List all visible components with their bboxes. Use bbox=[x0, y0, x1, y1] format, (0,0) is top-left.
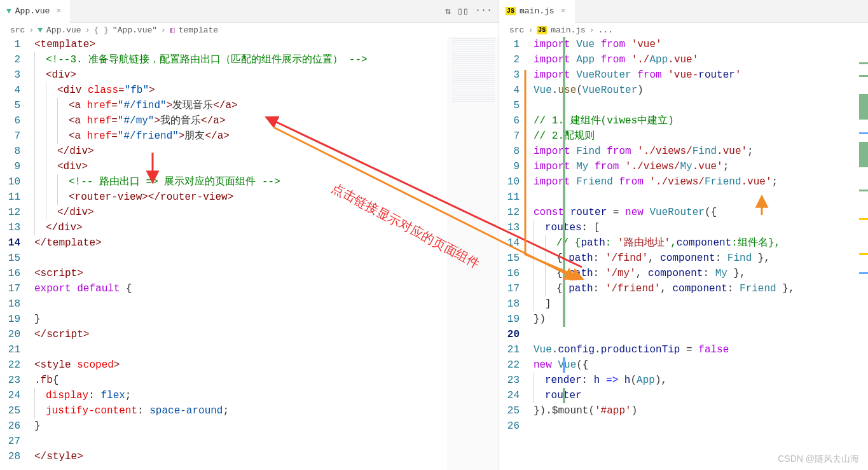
tab-bar-right: JS main.js × bbox=[499, 0, 868, 23]
code-line[interactable]: ] bbox=[534, 296, 859, 312]
code-line[interactable]: </script> bbox=[34, 327, 448, 342]
code-line[interactable]: import App from './App.vue' bbox=[534, 52, 859, 67]
code-line[interactable]: }).$mount('#app') bbox=[534, 403, 859, 418]
more-icon[interactable]: ··· bbox=[475, 5, 492, 17]
code-line[interactable]: import Find from './views/Find.vue'; bbox=[534, 144, 859, 159]
code-line[interactable]: justify-content: space-around; bbox=[34, 403, 448, 418]
split-editor-icon[interactable]: ▯▯ bbox=[457, 5, 469, 17]
code-line[interactable]: } bbox=[34, 418, 448, 434]
code-line[interactable]: import VueRouter from 'vue-router' bbox=[534, 67, 859, 83]
code-line[interactable]: // 2.配规则 bbox=[534, 128, 859, 144]
code-line[interactable]: <!-- 路由出口 => 展示对应的页面组件 --> bbox=[34, 174, 448, 190]
overview-ruler[interactable] bbox=[859, 37, 868, 470]
breadcrumb-right[interactable]: src› JS main.js› ... bbox=[499, 23, 868, 37]
braces-icon: { } bbox=[93, 25, 108, 35]
code-line[interactable] bbox=[534, 190, 859, 205]
breadcrumb-left[interactable]: src› ▼ App.vue› { } "App.vue"› ◧ templat… bbox=[0, 23, 499, 37]
vue-icon: ▼ bbox=[6, 6, 11, 16]
code-line[interactable]: <div class="fb"> bbox=[34, 83, 448, 98]
tab-bar-left: ▼ App.vue × ⇅ ▯▯ ··· bbox=[0, 0, 499, 23]
code-line[interactable] bbox=[34, 434, 448, 449]
code-line[interactable]: </div> bbox=[34, 144, 448, 159]
code-line[interactable]: Vue.config.productionTip = false bbox=[534, 342, 859, 357]
code-line[interactable]: // 1. 建组件(viwes中建立) bbox=[534, 113, 859, 128]
code-line[interactable]: import Friend from './views/Friend.vue'; bbox=[534, 174, 859, 190]
code-line[interactable] bbox=[34, 342, 448, 357]
code-line[interactable]: <div> bbox=[34, 159, 448, 174]
code-line[interactable]: </style> bbox=[34, 449, 448, 464]
code-line[interactable]: <router-view></router-view> bbox=[34, 190, 448, 205]
close-icon[interactable]: × bbox=[53, 6, 64, 16]
code-line[interactable]: <div> bbox=[34, 67, 448, 83]
code-line[interactable]: <a href="#/find">发现音乐</a> bbox=[34, 98, 448, 113]
version-control-icon[interactable]: ⇅ bbox=[445, 5, 451, 17]
code-line[interactable]: </template> bbox=[34, 235, 448, 251]
code-line[interactable]: export default { bbox=[34, 281, 448, 296]
code-line[interactable]: <script> bbox=[34, 266, 448, 281]
code-line[interactable]: } bbox=[34, 312, 448, 327]
template-icon: ◧ bbox=[170, 25, 175, 35]
code-line[interactable]: <template> bbox=[34, 37, 448, 52]
line-gutter: 1234567891011121314151617181920212223242… bbox=[0, 37, 32, 470]
code-line[interactable] bbox=[34, 296, 448, 312]
code-line[interactable]: // {path: '路由地址',component:组件名}, bbox=[534, 235, 859, 251]
code-line[interactable]: .fb{ bbox=[34, 373, 448, 388]
tab-main-js[interactable]: JS main.js × bbox=[499, 0, 575, 23]
code-editor-right[interactable]: 1234567891011121314151617181920212223242… bbox=[499, 37, 868, 470]
tab-label: App.vue bbox=[15, 6, 50, 16]
code-line[interactable]: }) bbox=[534, 312, 859, 327]
code-line[interactable]: routes: [ bbox=[534, 220, 859, 235]
code-area[interactable]: <template><!--3. 准备导航链接，配置路由出口（匹配的组件展示的位… bbox=[32, 37, 448, 470]
watermark: CSDN @随风去山海 bbox=[778, 453, 859, 465]
code-line[interactable]: new Vue({ bbox=[534, 357, 859, 373]
close-icon[interactable]: × bbox=[558, 6, 568, 16]
code-line[interactable]: </div> bbox=[34, 220, 448, 235]
minimap[interactable] bbox=[448, 37, 499, 470]
code-line[interactable]: </div> bbox=[34, 205, 448, 220]
code-line[interactable] bbox=[534, 418, 859, 434]
code-line[interactable]: const router = new VueRouter({ bbox=[534, 205, 859, 220]
tab-app-vue[interactable]: ▼ App.vue × bbox=[0, 0, 70, 23]
code-editor-left[interactable]: 1234567891011121314151617181920212223242… bbox=[0, 37, 499, 470]
tab-label: main.js bbox=[520, 6, 555, 16]
code-line[interactable] bbox=[534, 327, 859, 342]
code-line[interactable]: render: h => h(App), bbox=[534, 373, 859, 388]
code-line[interactable]: { path: '/friend', component: Friend }, bbox=[534, 281, 859, 296]
code-line[interactable]: display: flex; bbox=[34, 388, 448, 403]
editor-pane-right: JS main.js × src› JS main.js› ... 123456… bbox=[499, 0, 868, 470]
code-line[interactable] bbox=[34, 251, 448, 266]
code-line[interactable]: import My from './views/My.vue'; bbox=[534, 159, 859, 174]
code-line[interactable]: <a href="#/my">我的音乐</a> bbox=[34, 113, 448, 128]
vue-icon: ▼ bbox=[38, 25, 43, 35]
code-line[interactable] bbox=[534, 98, 859, 113]
line-gutter: 1234567891011121314151617181920212223242… bbox=[499, 37, 531, 470]
tab-actions: ⇅ ▯▯ ··· bbox=[445, 5, 499, 17]
code-line[interactable]: import Vue from 'vue' bbox=[534, 37, 859, 52]
code-line[interactable]: Vue.use(VueRouter) bbox=[534, 83, 859, 98]
code-line[interactable]: { path: '/my', component: My }, bbox=[534, 266, 859, 281]
code-area[interactable]: import Vue from 'vue'import App from './… bbox=[531, 37, 859, 470]
editor-pane-left: ▼ App.vue × ⇅ ▯▯ ··· src› ▼ App.vue› { }… bbox=[0, 0, 499, 470]
code-line[interactable]: <a href="#/friend">朋友</a> bbox=[34, 128, 448, 144]
code-line[interactable]: <!--3. 准备导航链接，配置路由出口（匹配的组件展示的位置） --> bbox=[34, 52, 448, 67]
code-line[interactable]: <style scoped> bbox=[34, 357, 448, 373]
js-icon: JS bbox=[506, 7, 516, 15]
code-line[interactable]: { path: '/find', component: Find }, bbox=[534, 251, 859, 266]
js-icon: JS bbox=[537, 26, 547, 34]
code-line[interactable]: router bbox=[534, 388, 859, 403]
